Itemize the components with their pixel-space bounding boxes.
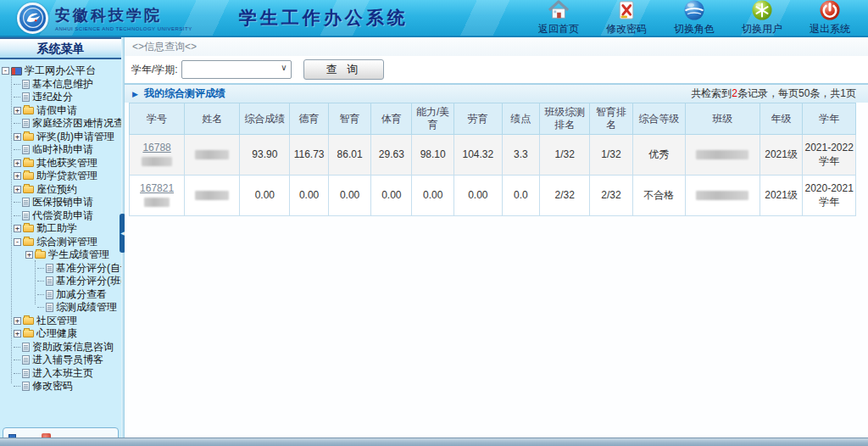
document-icon bbox=[22, 119, 30, 128]
column-header: 姓名 bbox=[185, 103, 240, 135]
document-icon bbox=[22, 145, 30, 154]
tree-connector bbox=[14, 386, 20, 387]
column-header: 学号 bbox=[130, 103, 185, 135]
sidebar-item[interactable]: 综测成绩管理 bbox=[0, 301, 121, 315]
top-action-password[interactable]: 修改密码 bbox=[602, 0, 651, 36]
sidebar-item[interactable]: 基准分评分(班委) bbox=[0, 275, 121, 288]
column-header: 德育 bbox=[290, 103, 328, 135]
sidebar-item[interactable]: 加减分查看 bbox=[0, 288, 121, 302]
student-id-link[interactable]: 16788 bbox=[142, 142, 170, 153]
redacted-text bbox=[696, 150, 748, 159]
sidebar-item[interactable]: 家庭经济困难情况查看 bbox=[0, 117, 121, 131]
sidebar-item-label: 评奖(助)申请管理 bbox=[36, 131, 114, 144]
sidebar-item[interactable]: 代偿资助申请 bbox=[0, 209, 121, 223]
document-icon bbox=[46, 264, 53, 273]
tree-connector bbox=[37, 307, 44, 308]
document-icon bbox=[22, 80, 30, 89]
query-button[interactable]: 查 询 bbox=[303, 59, 385, 80]
sidebar-item[interactable]: +心理健康 bbox=[0, 327, 121, 341]
folder-closed-icon bbox=[23, 133, 34, 141]
table-header-row: 学号姓名综合成绩德育智育体育能力/美育劳育绩点班级综测排名智育排名综合等级班级年… bbox=[130, 103, 856, 135]
cell-class bbox=[685, 176, 760, 216]
column-header: 综合等级 bbox=[632, 103, 685, 135]
sidebar-item[interactable]: +勤工助学 bbox=[0, 222, 121, 236]
top-action-role[interactable]: 切换角色 bbox=[670, 0, 719, 36]
cell-grade-year: 2021级 bbox=[760, 176, 803, 216]
app-window: 安徽科技学院 ANHUI SCIENCE AND TECHNOLOGY UNIV… bbox=[0, 0, 868, 446]
cell-score: 0.00 bbox=[371, 176, 412, 216]
top-action-user[interactable]: 切换用户 bbox=[737, 0, 787, 36]
brand-area: 安徽科技学院 ANHUI SCIENCE AND TECHNOLOGY UNIV… bbox=[17, 3, 192, 34]
cell-class-rank: 1/32 bbox=[540, 135, 590, 176]
table-row: 1678210.000.000.000.000.000.000.02/322/3… bbox=[130, 176, 856, 216]
sidebar-item[interactable]: +助学贷款管理 bbox=[0, 170, 121, 183]
document-icon bbox=[22, 92, 30, 102]
sidebar-item[interactable]: 基准分评分(自评) bbox=[0, 262, 121, 276]
section-expander-icon[interactable]: ▶ bbox=[132, 90, 138, 98]
tree-connector bbox=[14, 373, 20, 374]
sidebar-item-label: 请假申请 bbox=[36, 104, 77, 118]
tree-expander-icon[interactable]: - bbox=[2, 67, 9, 75]
sidebar-item-label: 违纪处分 bbox=[32, 91, 73, 104]
tree-expander-icon[interactable]: + bbox=[14, 172, 21, 180]
sidebar-item[interactable]: 违纪处分 bbox=[0, 91, 121, 104]
sidebar-item[interactable]: +社区管理 bbox=[0, 315, 121, 328]
tree-expander-icon[interactable]: + bbox=[14, 133, 21, 141]
sidebar-item-label: 社区管理 bbox=[36, 315, 77, 328]
redacted-text bbox=[696, 191, 748, 200]
column-header: 年级 bbox=[760, 103, 803, 135]
sidebar-item[interactable]: +其他获奖管理 bbox=[0, 157, 121, 170]
sidebar-item[interactable]: 修改密码 bbox=[0, 380, 121, 393]
tree-expander-icon[interactable]: + bbox=[14, 330, 21, 337]
sidebar-item[interactable]: +评奖(助)申请管理 bbox=[0, 131, 121, 144]
tree-expander-icon[interactable]: + bbox=[14, 159, 21, 167]
document-icon bbox=[22, 211, 30, 220]
tree-expander-icon[interactable]: + bbox=[25, 251, 33, 259]
cell-score: 116.73 bbox=[290, 135, 328, 176]
sidebar-item[interactable]: 基本信息维护 bbox=[0, 78, 121, 92]
main-content: <>信息查询<> 学年/学期: ∨ 查 询 ▶ 我的综合测评成绩 共检索到2条记… bbox=[125, 37, 868, 438]
top-action-exit[interactable]: 退出系统 bbox=[805, 0, 854, 36]
sidebar-item-label: 综测成绩管理 bbox=[56, 301, 117, 315]
sidebar-item[interactable]: 资助政策信息咨询 bbox=[0, 341, 121, 354]
folder-closed-icon bbox=[23, 317, 34, 325]
tree-expander-icon[interactable]: - bbox=[14, 238, 21, 246]
top-header: 安徽科技学院 ANHUI SCIENCE AND TECHNOLOGY UNIV… bbox=[0, 0, 868, 37]
cell-name bbox=[185, 176, 240, 216]
tree-connector bbox=[14, 84, 20, 85]
sidebar-footer-toolbar[interactable] bbox=[3, 427, 119, 438]
sidebar-item[interactable]: -综合测评管理 bbox=[0, 236, 121, 249]
student-id-link[interactable]: 167821 bbox=[140, 182, 174, 194]
sidebar-item[interactable]: 进入辅导员博客 bbox=[0, 354, 121, 367]
top-action-label: 返回首页 bbox=[538, 22, 579, 36]
semester-select[interactable] bbox=[181, 60, 292, 79]
document-icon bbox=[22, 198, 30, 207]
tree-expander-icon[interactable]: + bbox=[14, 107, 21, 114]
tree-expander-icon[interactable]: + bbox=[14, 225, 21, 232]
column-header: 能力/美育 bbox=[412, 103, 454, 135]
document-icon bbox=[46, 303, 53, 312]
password-icon bbox=[616, 0, 637, 21]
sidebar-item[interactable]: 医保报销申请 bbox=[0, 196, 121, 209]
sidebar-item[interactable]: -学工网办公平台 bbox=[0, 64, 121, 78]
sidebar-item-label: 基本信息维护 bbox=[32, 78, 93, 92]
tree-connector bbox=[37, 268, 44, 269]
column-header: 绩点 bbox=[502, 103, 540, 135]
folder-open-icon bbox=[35, 251, 46, 259]
sidebar-item-label: 基准分评分(班委) bbox=[56, 275, 121, 288]
sidebar-item[interactable]: +学生成绩管理 bbox=[0, 248, 121, 262]
tree-connector bbox=[14, 97, 20, 98]
top-action-home[interactable]: 返回首页 bbox=[534, 0, 583, 36]
sidebar-item[interactable]: +请假申请 bbox=[0, 104, 121, 118]
tree-expander-icon[interactable]: + bbox=[14, 186, 21, 193]
tree-expander-icon[interactable]: + bbox=[14, 317, 21, 325]
folder-closed-icon bbox=[23, 172, 34, 180]
cell-grade: 不合格 bbox=[632, 176, 685, 216]
column-header: 班级 bbox=[685, 103, 760, 135]
sidebar-item[interactable]: 临时补助申请 bbox=[0, 143, 121, 157]
sidebar-item[interactable]: +座位预约 bbox=[0, 183, 121, 197]
power-icon bbox=[819, 0, 841, 21]
sidebar-item[interactable]: 进入本班主页 bbox=[0, 367, 121, 381]
table-row: 1678893.90116.7386.0129.6398.10104.323.3… bbox=[130, 135, 856, 176]
cell-score: 98.10 bbox=[412, 135, 454, 176]
